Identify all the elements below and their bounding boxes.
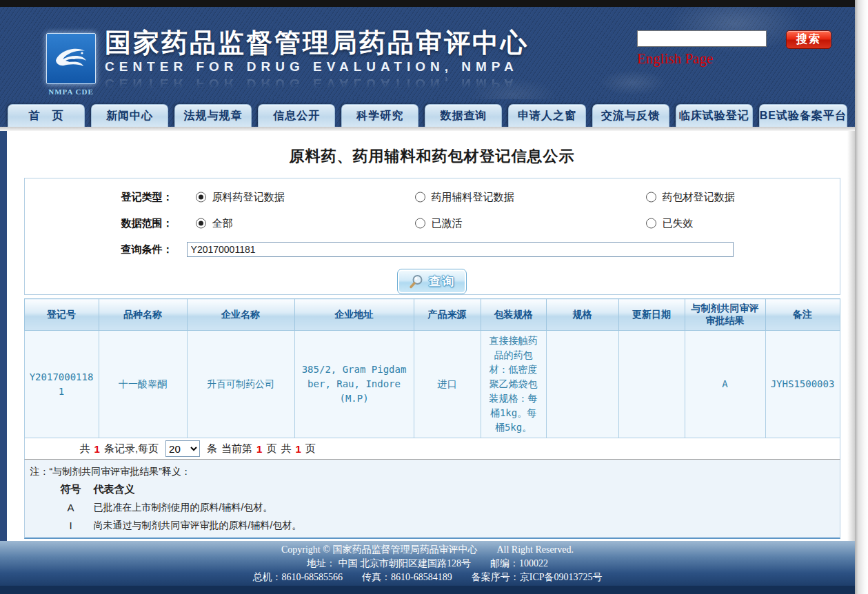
nav-tab-applicant-window[interactable]: 申请人之窗 xyxy=(508,104,585,127)
nav-tab-home[interactable]: 首 页 xyxy=(8,104,85,127)
legend-row-a: A 已批准在上市制剂使用的原料/辅料/包材。 xyxy=(30,502,834,514)
nav-tab-clinical-trial[interactable]: 临床试验登记 xyxy=(676,104,753,127)
site-title-english: CENTER FOR DRUG EVALUATION, NMPA xyxy=(105,59,529,74)
query-form: 登记类型： 原料药登记数据 药用辅料登记数据 药包材登记数据 xyxy=(24,178,840,295)
query-condition-label: 查询条件： xyxy=(121,243,173,256)
cell-update-date xyxy=(618,331,685,438)
legend-meaning-header: 代表含义 xyxy=(94,483,834,496)
legend-row-i: I 尚未通过与制剂共同审评审批的原料/辅料/包材。 xyxy=(30,520,834,532)
site-search-input[interactable] xyxy=(637,30,767,47)
top-black-bar xyxy=(0,0,855,7)
cell-joint-review-result: A xyxy=(685,331,765,438)
data-scope-label: 数据范围： xyxy=(121,217,173,230)
pagination-text: 页 xyxy=(266,442,276,455)
pagination-text: 页 xyxy=(305,442,316,455)
cell-reg-no: Y20170001181 xyxy=(24,331,99,438)
query-button[interactable]: 查询 xyxy=(397,269,467,294)
content-area: 原料药、药用辅料和药包材登记信息公示 登记类型： 原料药登记数据 药用辅料登记数… xyxy=(0,131,855,541)
col-header-spec: 规格 xyxy=(546,299,618,331)
col-header-joint-review-result: 与制剂共同审评审批结果 xyxy=(685,299,765,331)
radio-option-expired[interactable]: 已失效 xyxy=(646,217,694,230)
main-nav: 首 页 新闻中心 法规与规章 信息公开 科学研究 数据查询 申请人之窗 交流与反… xyxy=(0,99,855,127)
current-page-number: 1 xyxy=(256,443,262,455)
page-size-select[interactable]: 20 xyxy=(165,440,200,457)
pagination-text: 当前第 xyxy=(221,442,252,455)
nav-tab-be-platform[interactable]: BE试验备案平台 xyxy=(759,104,847,127)
cde-fish-swoosh-icon xyxy=(52,44,90,73)
site-header: NMPA CDE 国家药品监督管理局药品审评中心 CENTER FOR DRUG… xyxy=(0,7,855,99)
pagination-bar: 共 1 条记录,每页 20 条 当前第 1 页 共 1 页 xyxy=(24,438,840,460)
radio-label: 药包材登记数据 xyxy=(663,191,735,204)
cell-packaging-spec: 直接接触药品的药包材：低密度聚乙烯袋包装规格：每桶1kg。每桶5kg。 xyxy=(481,331,546,438)
nav-tab-info-disclosure[interactable]: 信息公开 xyxy=(258,104,335,127)
header-search-line: 搜索 xyxy=(637,30,844,49)
site-title-block: 国家药品监督管理局药品审评中心 CENTER FOR DRUG EVALUATI… xyxy=(105,28,529,91)
left-blue-strip xyxy=(0,131,7,541)
legend-symbol: A xyxy=(48,502,94,514)
pagination-text: 共 xyxy=(281,442,291,455)
browser-viewport: NMPA CDE 国家药品监督管理局药品审评中心 CENTER FOR DRUG… xyxy=(0,0,868,594)
radio-icon[interactable] xyxy=(646,192,656,203)
radio-icon[interactable] xyxy=(196,218,206,229)
footer-contact: 总机：8610-68585566 传真：8610-68584189 备案序号：京… xyxy=(0,571,855,584)
col-header-update-date: 更新日期 xyxy=(618,299,685,331)
magnifier-icon xyxy=(409,274,423,289)
pagination-text: 条记录,每页 xyxy=(104,442,159,455)
site-search-button[interactable]: 搜索 xyxy=(786,30,831,49)
query-button-row: 查询 xyxy=(25,269,840,294)
legend-header-row: 符号 代表含义 xyxy=(30,483,834,496)
legend-meaning: 尚未通过与制剂共同审评审批的原料/辅料/包材。 xyxy=(94,520,834,532)
query-condition-input[interactable] xyxy=(187,242,734,257)
cde-logo[interactable]: NMPA CDE xyxy=(44,33,98,96)
radio-option-excipient-data[interactable]: 药用辅料登记数据 xyxy=(415,191,514,204)
cell-product-source: 进口 xyxy=(414,331,481,438)
total-pages-number: 1 xyxy=(295,443,301,455)
cell-company-address: 385/2, Gram Pigdamber, Rau, Indore(M.P) xyxy=(294,331,414,438)
col-header-company-name: 企业名称 xyxy=(187,299,294,331)
page-title: 原料药、药用辅料和药包材登记信息公示 xyxy=(24,131,840,178)
legend-notes: 注：“与制剂共同审评审批结果”释义： 符号 代表含义 A 已批准在上市制剂使用的… xyxy=(24,460,840,539)
col-header-reg-no: 登记号 xyxy=(24,299,99,331)
table-header-row: 登记号 品种名称 企业名称 企业地址 产品来源 包装规格 规格 更新日期 与制剂… xyxy=(24,299,840,331)
footer-address: 地址： 中国 北京市朝阳区建国路128号 邮编：100022 xyxy=(0,557,855,570)
radio-label: 原料药登记数据 xyxy=(212,191,285,204)
site-footer: Copyright © 国家药品监督管理局药品审评中心 All Right Re… xyxy=(0,541,855,586)
nav-tab-feedback[interactable]: 交流与反馈 xyxy=(592,104,669,127)
english-page-link[interactable]: English Page xyxy=(637,50,713,68)
legend-symbol-header: 符号 xyxy=(48,483,94,496)
query-condition-row: 查询条件： xyxy=(25,236,840,263)
legend-meaning: 已批准在上市制剂使用的原料/辅料/包材。 xyxy=(94,502,834,514)
radio-option-packaging-data[interactable]: 药包材登记数据 xyxy=(646,191,735,204)
reg-type-row: 登记类型： 原料药登记数据 药用辅料登记数据 药包材登记数据 xyxy=(25,184,840,210)
col-header-company-address: 企业地址 xyxy=(294,299,414,331)
nav-tab-data-query[interactable]: 数据查询 xyxy=(425,104,502,127)
reg-type-label: 登记类型： xyxy=(121,191,173,204)
radio-option-all[interactable]: 全部 xyxy=(196,217,233,230)
legend-symbol: I xyxy=(48,520,94,532)
radio-option-activated[interactable]: 已激活 xyxy=(415,217,463,230)
radio-icon[interactable] xyxy=(196,192,206,203)
radio-icon[interactable] xyxy=(646,218,656,229)
title-reflection: CENTER FOR DRUG EVALUATION, NMPA xyxy=(105,76,529,91)
nav-tab-news[interactable]: 新闻中心 xyxy=(91,104,168,127)
table-row: Y20170001181 十一酸睾酮 升百可制药公司 385/2, Gram P… xyxy=(24,331,840,438)
radio-option-api-data[interactable]: 原料药登记数据 xyxy=(196,191,285,204)
radio-label: 全部 xyxy=(212,217,233,230)
header-search-area: 搜索 English Page xyxy=(637,30,844,68)
radio-label: 药用辅料登记数据 xyxy=(432,191,514,204)
radio-icon[interactable] xyxy=(415,218,425,229)
cell-company-name: 升百可制药公司 xyxy=(187,331,294,438)
logo-caption: NMPA CDE xyxy=(44,88,98,96)
col-header-packaging-spec: 包装规格 xyxy=(481,299,546,331)
cde-logo-square xyxy=(46,33,96,84)
total-records-count: 1 xyxy=(94,443,100,455)
right-edge-shade xyxy=(847,131,855,541)
radio-label: 已激活 xyxy=(432,217,463,230)
radio-label: 已失效 xyxy=(663,217,694,230)
radio-icon[interactable] xyxy=(415,192,425,203)
scrollbar-gutter[interactable] xyxy=(855,0,868,594)
nav-tab-science[interactable]: 科学研究 xyxy=(341,104,418,127)
legend-title: 注：“与制剂共同审评审批结果”释义： xyxy=(30,464,834,483)
nav-tab-regulations[interactable]: 法规与规章 xyxy=(174,104,252,127)
site-title-chinese: 国家药品监督管理局药品审评中心 xyxy=(105,28,529,58)
